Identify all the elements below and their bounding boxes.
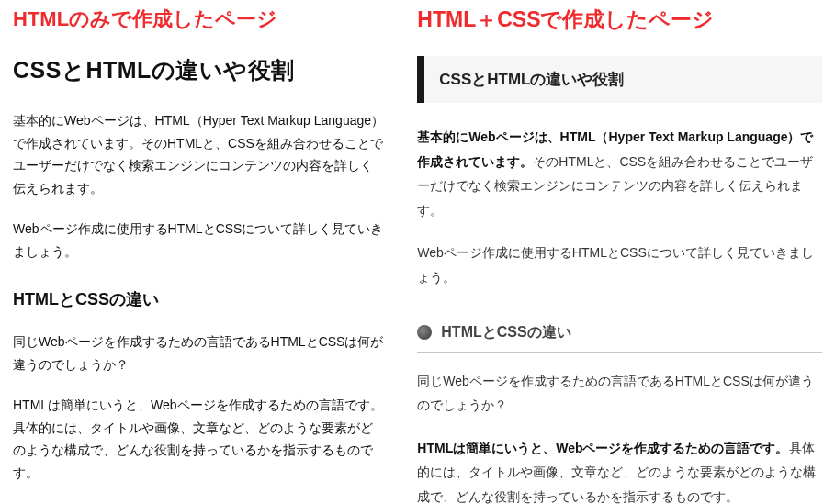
left-paragraph-2: Webページ作成に使用するHTMLとCSSについて詳しく見ていきましょう。 <box>13 218 384 263</box>
bullet-dot-icon <box>417 325 432 340</box>
left-header: HTMLのみで作成したページ <box>13 6 384 33</box>
right-sub-heading-row: HTMLとCSSの違い <box>417 323 822 353</box>
right-paragraph-2: Webページ作成に使用するHTMLとCSSについて詳しく見ていきましょう。 <box>417 241 822 289</box>
left-sub-heading: HTMLとCSSの違い <box>13 288 384 310</box>
right-paragraph-4: HTMLは簡単にいうと、Webページを作成するための言語です。具体的には、タイト… <box>417 436 822 504</box>
left-paragraph-4: HTMLは簡単にいうと、Webページを作成するための言語です。具体的には、タイト… <box>13 394 384 484</box>
right-header: HTML＋CSSで作成したページ <box>417 6 822 34</box>
left-column: HTMLのみで作成したページ CSSとHTMLの違いや役割 基本的にWebページ… <box>0 0 401 504</box>
left-main-heading: CSSとHTMLの違いや役割 <box>13 55 384 85</box>
left-paragraph-1: 基本的にWebページは、HTML（Hyper Text Markup Langu… <box>13 109 384 199</box>
right-sub-heading: HTMLとCSSの違い <box>441 323 570 342</box>
right-column: HTML＋CSSで作成したページ CSSとHTMLの違いや役割 基本的にWebペ… <box>401 0 835 504</box>
right-paragraph-4-bold: HTMLは簡単にいうと、Webページを作成するための言語です。 <box>417 441 788 455</box>
right-paragraph-1: 基本的にWebページは、HTML（Hyper Text Markup Langu… <box>417 125 822 222</box>
left-paragraph-3: 同じWebページを作成するための言語であるHTMLとCSSは何が違うのでしょうか… <box>13 330 384 375</box>
right-paragraph-3: 同じWebページを作成するための言語であるHTMLとCSSは何が違うのでしょうか… <box>417 369 822 418</box>
right-box-heading: CSSとHTMLの違いや役割 <box>417 56 822 103</box>
